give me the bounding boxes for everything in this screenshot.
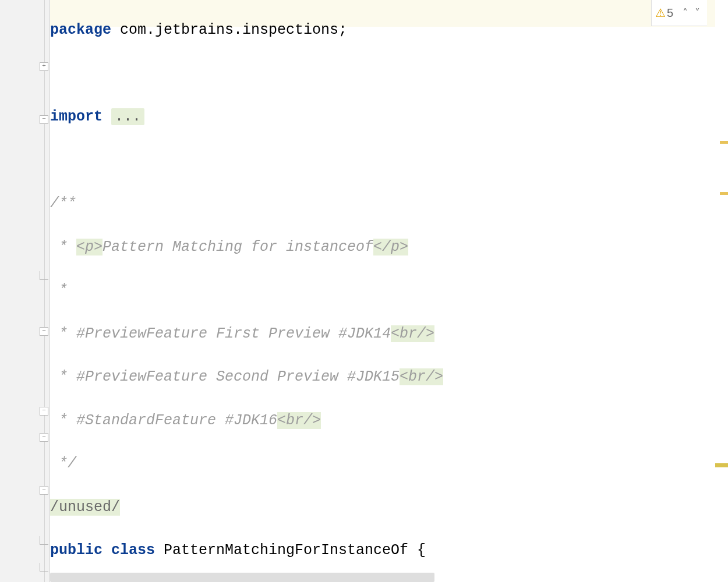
- keyword-class: class: [111, 542, 155, 559]
- horizontal-scrollbar[interactable]: [50, 573, 434, 582]
- javadoc-tag-br: <br/>: [400, 368, 443, 385]
- javadoc-line: *: [50, 239, 76, 255]
- fold-toggle-if-inner[interactable]: [40, 486, 48, 495]
- chevron-down-icon[interactable]: ˅: [691, 6, 704, 19]
- javadoc-line: * #PreviewFeature Second Preview #JDK15: [50, 368, 400, 385]
- editor-gutter: [0, 0, 50, 582]
- inspections-widget[interactable]: ⚠ 5 ˄ ˅: [651, 0, 707, 26]
- warning-marker[interactable]: [720, 192, 728, 195]
- code-editor[interactable]: package com.jetbrains.inspections; impor…: [50, 0, 728, 582]
- javadoc-open: /**: [50, 195, 76, 212]
- chevron-up-icon[interactable]: ˄: [679, 6, 691, 19]
- fold-toggle-import[interactable]: [40, 62, 48, 71]
- weak-warning-marker[interactable]: [715, 463, 728, 467]
- fold-guide-line: [44, 0, 45, 582]
- javadoc-line: * #StandardFeature #JDK16: [50, 412, 277, 429]
- warning-count: 5: [667, 6, 673, 20]
- package-name: com.jetbrains.inspections;: [111, 22, 347, 38]
- javadoc-tag-p-close: </p>: [373, 239, 408, 255]
- warning-marker[interactable]: [720, 141, 728, 144]
- fold-toggle-if-outer[interactable]: [40, 433, 48, 442]
- javadoc-line: * #PreviewFeature First Preview #JDK14: [50, 325, 391, 342]
- fold-end-if-outer: [40, 563, 48, 572]
- fold-end-javadoc: [40, 271, 48, 280]
- keyword-public: public: [50, 542, 103, 559]
- javadoc-tag-br: <br/>: [391, 325, 434, 342]
- javadoc-tag-p-open: <p>: [76, 239, 103, 255]
- error-stripe[interactable]: [715, 0, 728, 582]
- fold-end-if-inner: [40, 536, 48, 545]
- import-fold-chip[interactable]: ...: [111, 108, 144, 125]
- javadoc-tag-br: <br/>: [277, 412, 321, 429]
- keyword-package: package: [50, 22, 111, 38]
- javadoc-line: *: [50, 282, 68, 299]
- fold-toggle-method[interactable]: [40, 407, 48, 416]
- javadoc-text: Pattern Matching for instanceof: [103, 239, 373, 255]
- keyword-import: import: [50, 108, 103, 125]
- warning-icon: ⚠: [655, 6, 666, 20]
- class-declaration: PatternMatchingForInstanceOf {: [155, 542, 426, 559]
- fold-toggle-javadoc[interactable]: [40, 115, 48, 124]
- javadoc-close: */: [50, 455, 76, 472]
- fold-toggle-class[interactable]: [40, 327, 48, 336]
- unused-annotation: /unused/: [50, 499, 120, 516]
